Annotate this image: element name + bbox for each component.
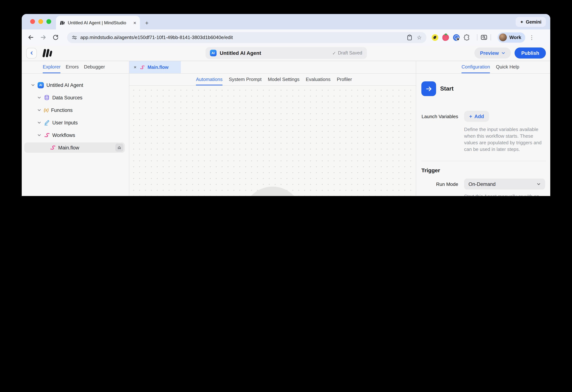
tab-automations[interactable]: Automations — [196, 74, 223, 85]
save-status-label: Draft Saved — [338, 50, 362, 56]
tree-item-label: User Inputs — [52, 120, 78, 125]
plus-icon: + — [469, 114, 472, 119]
tab-quick-help[interactable]: Quick Help — [496, 61, 519, 73]
inspector-body: Start Launch Variables + Add Define the … — [416, 74, 550, 196]
tab-errors[interactable]: Errors — [66, 61, 79, 73]
tab-model-settings[interactable]: Model Settings — [268, 74, 300, 85]
browser-tab[interactable]: Untitled AI Agent | MindStudio × — [56, 16, 140, 30]
app-back-button[interactable] — [26, 48, 37, 58]
workflow-icon — [50, 145, 56, 151]
gemini-sparkle-icon: ✦ — [520, 19, 524, 25]
main-content: Explorer Errors Debugger AI Untitled AI … — [22, 61, 550, 196]
workflow-icon — [139, 65, 144, 70]
tab-evaluations[interactable]: Evaluations — [306, 74, 330, 85]
run-mode-row: Run Mode On-Demand — [421, 179, 546, 190]
browser-toolbar: app.mindstudio.ai/agents/e150df71-10f1-4… — [22, 30, 550, 45]
extension-yellow-icon[interactable] — [432, 34, 438, 41]
explorer-sidebar: Explorer Errors Debugger AI Untitled AI … — [22, 61, 129, 196]
publish-button[interactable]: Publish — [515, 47, 546, 59]
home-icon — [117, 145, 121, 150]
run-mode-select[interactable]: On-Demand — [464, 179, 545, 190]
mindstudio-favicon — [60, 20, 65, 25]
home-workflow-button[interactable] — [115, 144, 123, 152]
bookmark-icon[interactable]: ☆ — [417, 35, 422, 40]
extensions-puzzle-icon[interactable] — [464, 34, 470, 41]
preview-label: Preview — [480, 50, 499, 56]
launch-variables-help: Define the input variables available whe… — [464, 126, 546, 153]
fullscreen-window-button[interactable] — [47, 19, 51, 24]
mindstudio-logo[interactable] — [42, 49, 53, 57]
chevron-down-icon[interactable] — [37, 133, 41, 137]
file-tab-main-flow[interactable]: × Main.flow — [129, 61, 181, 73]
forward-icon[interactable] — [40, 34, 47, 41]
agent-title[interactable]: Untitled AI Agent — [220, 50, 261, 56]
tree-item-user-inputs[interactable]: User Inputs — [22, 116, 129, 129]
arrow-right-icon — [425, 85, 432, 92]
database-icon — [44, 95, 50, 101]
close-window-button[interactable] — [30, 19, 35, 24]
chevron-down-icon[interactable] — [37, 121, 41, 125]
close-file-tab-icon[interactable]: × — [134, 65, 136, 70]
tree-item-functions[interactable]: (x) Functions — [22, 104, 129, 116]
profile-avatar — [499, 33, 507, 41]
tree-item-label: Main.flow — [58, 145, 79, 150]
password-manager-icon[interactable] — [453, 34, 460, 41]
preview-button[interactable]: Preview — [474, 47, 511, 59]
gemini-button[interactable]: ✦ Gemini — [515, 17, 546, 27]
chevron-down-icon — [501, 51, 505, 55]
minimize-window-button[interactable] — [38, 19, 43, 24]
tree-item-agent-root[interactable]: AI Untitled AI Agent — [22, 79, 129, 91]
save-status: ✓ Draft Saved — [332, 50, 362, 56]
screenshot-stage: Untitled AI Agent | MindStudio × + ✦ Gem… — [0, 0, 572, 196]
site-settings-icon[interactable] — [72, 35, 77, 40]
workflow-canvas[interactable]: + Start End — [129, 86, 416, 196]
reload-icon[interactable] — [53, 34, 59, 40]
tab-debugger[interactable]: Debugger — [84, 61, 105, 73]
editor-tab-bar: Automations System Prompt Model Settings… — [129, 74, 416, 86]
close-tab-icon[interactable]: × — [133, 20, 136, 25]
back-icon[interactable] — [28, 34, 34, 41]
extension-berry-icon[interactable] — [442, 34, 449, 41]
selected-node-header: Start — [421, 81, 546, 96]
url-text[interactable]: app.mindstudio.ai/agents/e150df71-10f1-4… — [80, 35, 403, 40]
copy-link-icon[interactable] — [407, 34, 412, 40]
agent-title-bar[interactable]: AI Untitled AI Agent ✓ Draft Saved — [205, 47, 367, 59]
tree-item-main-flow[interactable]: Main.flow — [24, 142, 125, 153]
tree-item-data-sources[interactable]: Data Sources — [22, 91, 129, 104]
chevron-down-icon[interactable] — [37, 95, 41, 100]
tab-explorer[interactable]: Explorer — [43, 61, 61, 73]
file-tab-bar: × Main.flow — [129, 61, 416, 74]
launch-variables-label: Launch Variables — [421, 111, 458, 119]
chevron-down-icon[interactable] — [31, 83, 35, 87]
run-mode-help: Start this Agent manually or with an API… — [464, 193, 546, 196]
tree-item-label: Functions — [51, 107, 73, 113]
selected-node-title: Start — [440, 85, 454, 92]
workflow-icon — [44, 132, 50, 138]
run-mode-label: Run Mode — [421, 179, 458, 187]
toolbar-divider — [491, 34, 491, 41]
publish-label: Publish — [521, 50, 539, 56]
tab-profiler[interactable]: Profiler — [337, 74, 352, 85]
run-mode-value: On-Demand — [468, 181, 495, 187]
ai-badge-icon: AI — [38, 82, 44, 88]
inspector-panel: Configuration Quick Help Start Launch Va… — [416, 61, 550, 196]
new-tab-button[interactable]: + — [145, 20, 149, 26]
browser-menu-icon[interactable]: ⋮ — [529, 34, 535, 41]
tree-item-label: Workflows — [52, 132, 75, 138]
tree-item-workflows[interactable]: Workflows — [22, 129, 129, 141]
check-icon: ✓ — [332, 50, 336, 56]
window-controls — [30, 19, 51, 24]
tab-system-prompt[interactable]: System Prompt — [229, 74, 262, 85]
url-bar[interactable]: app.mindstudio.ai/agents/e150df71-10f1-4… — [67, 32, 427, 43]
chevron-down-icon[interactable] — [37, 108, 41, 112]
app-header: AI Untitled AI Agent ✓ Draft Saved Previ… — [22, 45, 550, 61]
section-divider — [421, 161, 546, 161]
tab-configuration[interactable]: Configuration — [461, 61, 490, 73]
browser-profile-button[interactable]: Work — [498, 32, 525, 43]
add-variable-button[interactable]: + Add — [464, 111, 489, 122]
extension-icons — [432, 34, 470, 41]
browser-tab-title: Untitled AI Agent | MindStudio — [68, 20, 130, 25]
tab-search-icon[interactable] — [481, 34, 487, 41]
start-node-icon — [421, 81, 436, 96]
inspector-tab-bar: Configuration Quick Help — [416, 61, 550, 74]
